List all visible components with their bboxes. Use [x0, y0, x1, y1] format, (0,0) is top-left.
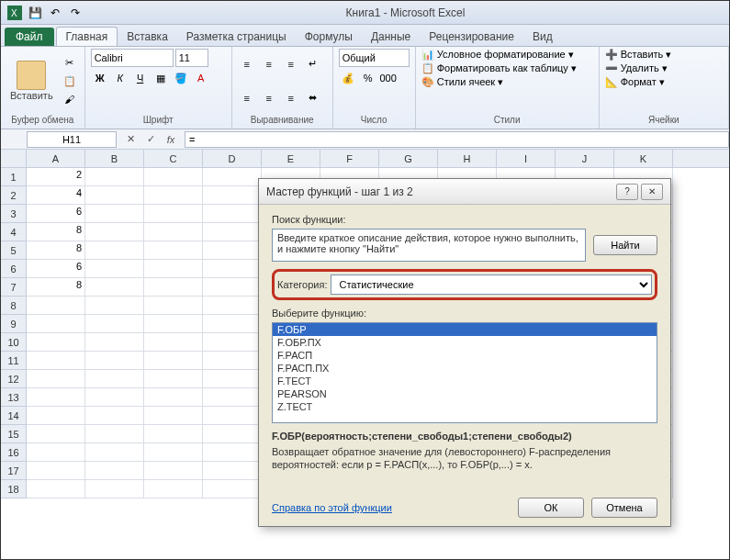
cell[interactable]: [203, 370, 262, 388]
row-header[interactable]: 2: [1, 186, 26, 205]
cell[interactable]: 2: [27, 168, 85, 186]
row-header[interactable]: 17: [1, 462, 26, 480]
cell[interactable]: 6: [27, 260, 85, 278]
italic-icon[interactable]: К: [111, 70, 129, 86]
row-header[interactable]: 13: [1, 388, 26, 407]
cell[interactable]: [203, 388, 262, 407]
cell[interactable]: [85, 352, 144, 370]
cell[interactable]: [85, 241, 144, 260]
row-header[interactable]: 3: [1, 205, 26, 223]
tab-formulas[interactable]: Формулы: [296, 28, 362, 46]
redo-icon[interactable]: ↷: [67, 5, 84, 21]
align-top-icon[interactable]: ≡: [238, 56, 256, 73]
percent-icon[interactable]: %: [359, 70, 377, 86]
cell[interactable]: [144, 352, 203, 370]
cell[interactable]: [85, 443, 144, 462]
underline-icon[interactable]: Ч: [131, 70, 150, 86]
col-header[interactable]: B: [85, 150, 144, 167]
function-item[interactable]: Z.ТЕСТ: [273, 400, 657, 413]
cut-icon[interactable]: ✂: [61, 54, 79, 71]
col-header[interactable]: F: [320, 150, 379, 167]
name-box[interactable]: [27, 131, 117, 148]
function-item[interactable]: F.РАСП.ПХ: [273, 362, 657, 375]
tab-data[interactable]: Данные: [362, 28, 420, 46]
col-header[interactable]: E: [262, 150, 320, 167]
cell[interactable]: [27, 352, 85, 370]
cell[interactable]: [203, 278, 262, 297]
cell[interactable]: [85, 186, 144, 205]
cell[interactable]: [85, 278, 144, 297]
row-header[interactable]: 10: [1, 333, 26, 352]
cell[interactable]: [85, 462, 144, 480]
help-link[interactable]: Справка по этой функции: [272, 502, 511, 513]
row-header[interactable]: 11: [1, 352, 26, 370]
tab-view[interactable]: Вид: [523, 28, 562, 46]
cell[interactable]: [27, 297, 85, 315]
row-header[interactable]: 5: [1, 241, 26, 260]
cell[interactable]: [144, 241, 203, 260]
cell[interactable]: [144, 388, 203, 407]
cell[interactable]: [203, 186, 262, 205]
cell[interactable]: [203, 462, 262, 480]
border-icon[interactable]: ▦: [152, 70, 170, 86]
cell[interactable]: [85, 425, 144, 443]
cell[interactable]: [27, 480, 85, 498]
cell[interactable]: [144, 443, 203, 462]
function-item[interactable]: F.ОБР.ПХ: [273, 336, 657, 349]
paste-button[interactable]: Вставить: [6, 59, 57, 103]
cell[interactable]: [144, 168, 203, 186]
delete-cells-button[interactable]: ➖ Удалить ▾: [605, 62, 723, 74]
cell[interactable]: [144, 297, 203, 315]
cell[interactable]: [144, 370, 203, 388]
col-header[interactable]: H: [438, 150, 497, 167]
cell[interactable]: [203, 352, 262, 370]
cell[interactable]: [27, 462, 85, 480]
align-right-icon[interactable]: ≡: [282, 90, 300, 106]
function-item[interactable]: F.РАСП: [273, 349, 657, 362]
cell[interactable]: [85, 260, 144, 278]
tab-home[interactable]: Главная: [56, 27, 118, 46]
undo-icon[interactable]: ↶: [47, 5, 63, 21]
cell[interactable]: 8: [27, 278, 85, 297]
format-cells-button[interactable]: 📐 Формат ▾: [605, 76, 723, 88]
cell[interactable]: [144, 407, 203, 425]
cell[interactable]: [144, 462, 203, 480]
row-header[interactable]: 9: [1, 315, 26, 333]
cell[interactable]: [203, 297, 262, 315]
fx-icon[interactable]: fx: [163, 131, 179, 148]
cell[interactable]: [144, 260, 203, 278]
row-header[interactable]: 14: [1, 407, 26, 425]
cell[interactable]: [203, 168, 262, 186]
merge-icon[interactable]: ⬌: [304, 90, 322, 106]
align-mid-icon[interactable]: ≡: [260, 56, 278, 73]
currency-icon[interactable]: 💰: [339, 70, 357, 86]
cell[interactable]: [85, 480, 144, 498]
function-list[interactable]: F.ОБРF.ОБР.ПХF.РАСПF.РАСП.ПХF.ТЕСТPEARSO…: [272, 322, 657, 423]
ok-button[interactable]: ОК: [518, 498, 584, 518]
accept-formula-icon[interactable]: ✓: [142, 131, 159, 148]
row-header[interactable]: 16: [1, 443, 26, 462]
col-header[interactable]: J: [556, 150, 614, 167]
cell[interactable]: 8: [27, 241, 85, 260]
cell[interactable]: [144, 333, 203, 352]
font-name-select[interactable]: [91, 49, 174, 67]
font-size-select[interactable]: [175, 49, 208, 67]
cell[interactable]: [144, 278, 203, 297]
cell[interactable]: [27, 370, 85, 388]
format-painter-icon[interactable]: 🖌: [61, 91, 79, 107]
cell[interactable]: [27, 443, 85, 462]
cell[interactable]: [144, 315, 203, 333]
col-header[interactable]: D: [203, 150, 262, 167]
row-header[interactable]: 4: [1, 223, 26, 241]
align-center-icon[interactable]: ≡: [260, 90, 278, 106]
cell[interactable]: [85, 205, 144, 223]
col-header[interactable]: G: [379, 150, 438, 167]
insert-cells-button[interactable]: ➕ Вставить ▾: [605, 49, 723, 61]
col-header[interactable]: I: [497, 150, 556, 167]
col-header[interactable]: C: [144, 150, 203, 167]
tab-insert[interactable]: Вставка: [118, 28, 177, 46]
search-input[interactable]: Введите краткое описание действия, котор…: [272, 229, 586, 262]
cell[interactable]: [144, 480, 203, 498]
cell[interactable]: [203, 315, 262, 333]
cell-styles-button[interactable]: 🎨 Стили ячеек ▾: [421, 76, 593, 88]
